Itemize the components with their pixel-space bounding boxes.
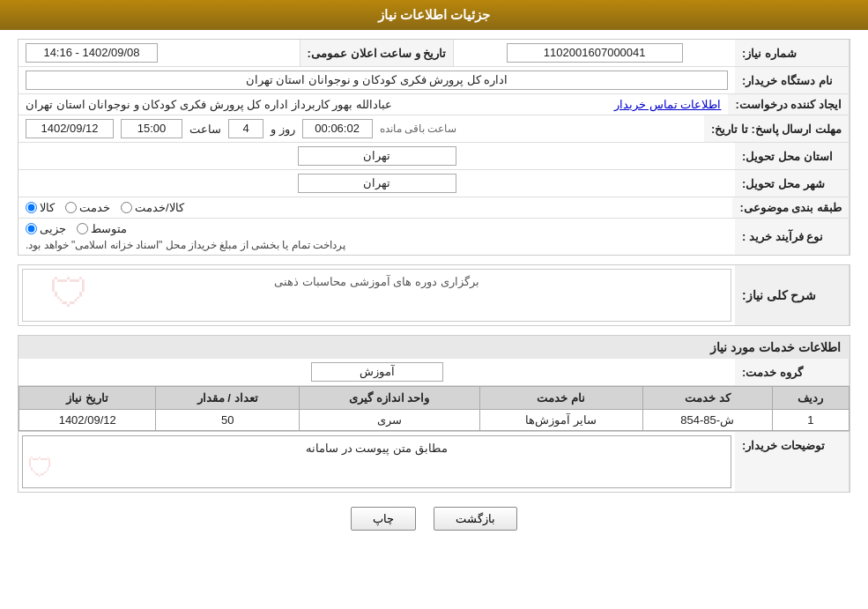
time-label: ساعت <box>189 123 221 136</box>
table-cell-unit: سری <box>299 410 479 431</box>
service-group-value: آموزش <box>311 362 443 382</box>
buttons-row: بازگشت چاپ <box>18 507 850 531</box>
purchase-note: پرداخت تمام یا بخشی از مبلغ خریداز محل "… <box>26 239 345 251</box>
province-value: تهران <box>298 146 456 166</box>
buyer-org-row: نام دستگاه خریدار: اداره کل پرورش فکری ک… <box>19 67 849 94</box>
buyer-notes-text: مطابق متن پیوست در سامانه <box>23 436 731 460</box>
col-date: تاریخ نیاز <box>19 387 156 410</box>
table-row: 1ش-85-854سایر آموزش‌هاسری501402/09/12 <box>19 410 849 431</box>
service-info-title: اطلاعات خدمات مورد نیاز <box>18 335 850 359</box>
page-title: جزئیات اطلاعات نیاز <box>378 7 490 22</box>
page-header: جزئیات اطلاعات نیاز <box>0 0 868 30</box>
radio-kala-khedmat[interactable]: کالا/خدمت <box>121 201 184 214</box>
table-cell-code: ش-85-854 <box>642 410 772 431</box>
category-radio-group: کالا/خدمت خدمت کالا <box>26 201 184 214</box>
radio-kala-label: کالا <box>40 201 55 214</box>
radio-jozii[interactable]: جزیی <box>26 222 66 235</box>
radio-motevaset-input[interactable] <box>77 223 88 234</box>
buyer-notes-section: توضیحات خریدار: مطابق متن پیوست در سامان… <box>18 432 850 493</box>
radio-kala-input[interactable] <box>26 202 37 213</box>
days-value: 4 <box>228 119 263 138</box>
creator-row: ایجاد کننده درخواست: اطلاعات تماس خریدار… <box>19 94 849 115</box>
radio-jozii-input[interactable] <box>26 223 37 234</box>
purchase-type-label: نوع فرآیند خرید : <box>735 219 849 255</box>
radio-motevaset-label: متوسط <box>91 222 127 235</box>
need-number-value: 1102001607000041 <box>507 43 683 63</box>
service-group-row: گروه خدمت: آموزش <box>19 359 849 386</box>
col-unit: واحد اندازه گیری <box>299 387 479 410</box>
service-table-wrapper: ردیف کد خدمت نام خدمت واحد اندازه گیری ت… <box>19 386 849 431</box>
buyer-org-label: نام دستگاه خریدار: <box>735 67 849 93</box>
days-label: روز و <box>271 123 295 136</box>
radio-khedmat-label: خدمت <box>79 201 110 214</box>
service-table: ردیف کد خدمت نام خدمت واحد اندازه گیری ت… <box>19 386 849 431</box>
radio-kala-khedmat-input[interactable] <box>121 202 132 213</box>
city-row: شهر محل تحویل: تهران <box>19 170 849 197</box>
buyer-notes-label: توضیحات خریدار: <box>735 432 849 492</box>
general-desc-label: شرح کلی نیاز: <box>735 265 849 325</box>
buyer-notes-value-wrapper: مطابق متن پیوست در سامانه 🛡 <box>19 432 735 492</box>
need-number-row: شماره نیاز: 1102001607000041 تاریخ و ساع… <box>19 40 849 67</box>
province-label: استان محل تحویل: <box>735 143 849 169</box>
col-name: نام خدمت <box>479 387 642 410</box>
col-code: کد خدمت <box>642 387 772 410</box>
announce-datetime-label: تاریخ و ساعت اعلان عمومی: <box>300 40 455 66</box>
purchase-type-row: نوع فرآیند خرید : متوسط جزیی پرداخت تمام… <box>19 219 849 255</box>
table-cell-date: 1402/09/12 <box>19 410 156 431</box>
general-desc-section: شرح کلی نیاز: برگزاری دوره های آموزشی مح… <box>18 264 850 326</box>
buyer-org-value: اداره کل پرورش فکری کودکان و نوجوانان اس… <box>26 71 728 90</box>
back-button[interactable]: بازگشت <box>434 507 517 531</box>
announce-datetime-value: 1402/09/08 - 14:16 <box>26 43 158 63</box>
time-value: 15:00 <box>121 119 182 138</box>
radio-khedmat-input[interactable] <box>65 202 77 213</box>
table-cell-qty: 50 <box>156 410 299 431</box>
creator-label: ایجاد کننده درخواست: <box>728 94 849 115</box>
col-row: ردیف <box>772 387 849 410</box>
print-button[interactable]: چاپ <box>351 507 416 531</box>
general-desc-value: برگزاری دوره های آموزشی محاسبات ذهنی <box>28 275 725 288</box>
city-value: تهران <box>298 174 456 193</box>
service-group-label: گروه خدمت: <box>735 359 849 385</box>
radio-khedmat[interactable]: خدمت <box>65 201 110 214</box>
remaining-label: ساعت باقی مانده <box>380 123 457 135</box>
reply-date: 1402/09/12 <box>26 119 114 138</box>
table-cell-name: سایر آموزش‌ها <box>479 410 642 431</box>
city-label: شهر محل تحویل: <box>735 170 849 197</box>
purchase-type-radio-group: متوسط جزیی <box>26 222 127 235</box>
general-desc-box: برگزاری دوره های آموزشی محاسبات ذهنی 🛡 <box>22 269 731 322</box>
radio-motevaset[interactable]: متوسط <box>77 222 127 235</box>
main-info-section: شماره نیاز: 1102001607000041 تاریخ و ساع… <box>18 39 850 256</box>
reply-deadline-label: مهلت ارسال پاسخ: تا تاریخ: <box>704 115 849 142</box>
col-qty: تعداد / مقدار <box>156 387 299 410</box>
radio-kala[interactable]: کالا <box>26 201 55 214</box>
category-label: طبقه بندی موضوعی: <box>732 197 849 218</box>
category-row: طبقه بندی موضوعی: کالا/خدمت خدمت کالا <box>19 197 849 219</box>
contact-link[interactable]: اطلاعات تماس خریدار <box>614 98 721 111</box>
need-number-label: شماره نیاز: <box>735 40 849 66</box>
radio-kala-khedmat-label: کالا/خدمت <box>135 201 184 214</box>
remaining-value: 00:06:02 <box>302 119 373 138</box>
table-cell-row: 1 <box>772 410 849 431</box>
radio-jozii-label: جزیی <box>40 222 66 235</box>
reply-deadline-row: مهلت ارسال پاسخ: تا تاریخ: ساعت باقی مان… <box>19 115 849 143</box>
province-row: استان محل تحویل: تهران <box>19 143 849 170</box>
creator-value: عبادالله بهور کاربرداز اداره کل پرورش فک… <box>26 98 392 111</box>
